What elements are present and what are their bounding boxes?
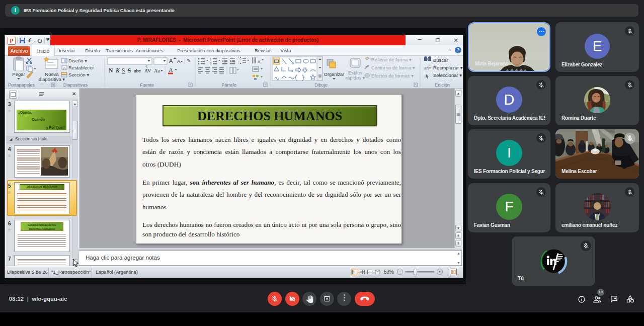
svg-text:Pegar: Pegar xyxy=(12,71,25,77)
svg-text:A: A xyxy=(169,66,173,73)
svg-text:ab: ab xyxy=(424,66,429,70)
svg-text:Portapapeles: Portapapeles xyxy=(8,83,35,88)
svg-text:Reemplazar ▾: Reemplazar ▾ xyxy=(433,65,463,70)
svg-text:Diseño ▾: Diseño ▾ xyxy=(68,58,87,63)
svg-text:Edición: Edición xyxy=(435,83,450,88)
svg-text:K: K xyxy=(115,67,120,73)
svg-text:N: N xyxy=(109,67,113,73)
svg-text:Diapositivas: Diapositivas xyxy=(63,83,88,88)
svg-text:S: S xyxy=(122,67,125,73)
svg-text:A: A xyxy=(169,58,173,64)
svg-text:Buscar: Buscar xyxy=(433,57,448,63)
svg-text:2: 2 xyxy=(210,62,212,65)
svg-text:Aa: Aa xyxy=(154,68,160,73)
svg-text:A: A xyxy=(258,59,261,64)
svg-text:S: S xyxy=(128,67,131,73)
svg-text:1: 1 xyxy=(210,58,212,61)
svg-text:Efectos de formas ▾: Efectos de formas ▾ xyxy=(371,73,414,78)
svg-text:AV: AV xyxy=(144,68,151,73)
svg-text:Restablecer: Restablecer xyxy=(68,65,94,70)
svg-text:abc: abc xyxy=(134,68,141,73)
svg-text:Sección ▾: Sección ▾ xyxy=(68,72,89,77)
svg-text:Organizar: Organizar xyxy=(324,72,344,77)
svg-text:diapositiva ▾: diapositiva ▾ xyxy=(39,76,65,82)
svg-text:Contorno de forma ▾: Contorno de forma ▾ xyxy=(371,65,415,70)
svg-text:A: A xyxy=(177,59,180,64)
svg-text:Seleccionar ▾: Seleccionar ▾ xyxy=(433,72,462,78)
svg-text:Párrafo: Párrafo xyxy=(221,83,236,88)
svg-text:✎: ✎ xyxy=(187,58,191,63)
svg-text:Relleno de forma ▾: Relleno de forma ▾ xyxy=(371,57,412,62)
svg-text:rápidos ▾: rápidos ▾ xyxy=(346,75,365,80)
svg-text:Fuente: Fuente xyxy=(140,83,154,88)
svg-text:Dibujo: Dibujo xyxy=(314,83,328,88)
